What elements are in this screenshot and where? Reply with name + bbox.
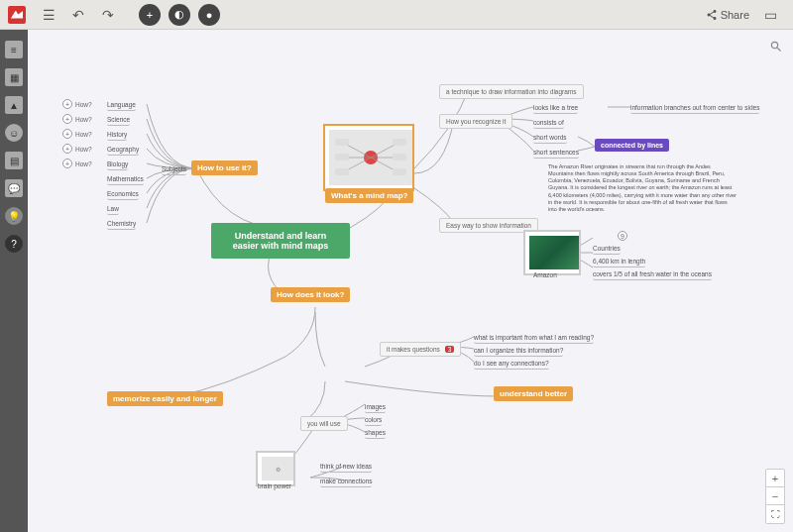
amazon-label[interactable]: Amazon (533, 269, 557, 280)
rec-tree[interactable]: looks like a tree (533, 102, 578, 114)
node-how-look[interactable]: How does it look? (271, 287, 350, 302)
subjects-label[interactable]: Subjects (162, 163, 186, 175)
amazon-water[interactable]: covers 1/5 of all fresh water in the oce… (593, 268, 712, 280)
search-icon[interactable] (769, 40, 783, 57)
svg-rect-9 (335, 168, 349, 175)
sidebar-media-icon[interactable]: ▦ (5, 68, 23, 86)
node-understand[interactable]: understand better (494, 386, 573, 401)
expand-science[interactable]: +How? (62, 114, 92, 124)
tool-dot-icon[interactable]: ● (198, 4, 220, 26)
subject-chemistry[interactable]: Chemistry (107, 218, 136, 230)
sidebar-idea-icon[interactable]: 💡 (5, 207, 23, 225)
node-technique[interactable]: a technique to draw information into dia… (439, 84, 584, 99)
subject-law[interactable]: Law (107, 203, 119, 215)
question-badge: 3 (445, 346, 455, 353)
zoom-fit-button[interactable]: ⛶ (766, 505, 784, 523)
brain-connections[interactable]: make connections (320, 476, 372, 487)
rec-words[interactable]: short words (533, 132, 567, 144)
sidebar-image-icon[interactable]: ▲ (5, 96, 23, 114)
undo-icon[interactable]: ↶ (67, 4, 89, 26)
rec-consists[interactable]: consists of (533, 117, 564, 129)
sidebar-text-icon[interactable]: ≡ (5, 41, 23, 58)
q-connections[interactable]: do I see any connections? (474, 358, 549, 370)
mindmap-thumbnail[interactable] (323, 124, 414, 191)
subject-history[interactable]: History (107, 129, 127, 141)
svg-rect-10 (393, 139, 406, 146)
expand-geography[interactable]: +How? (62, 144, 92, 154)
subject-biology[interactable]: Biology (107, 159, 128, 170)
share-label: Share (721, 9, 749, 21)
share-button[interactable]: Share (706, 9, 749, 21)
node-how-to-use[interactable]: How to use it? (191, 160, 258, 175)
present-icon[interactable]: ▭ (759, 4, 781, 26)
sidebar-help-icon[interactable]: ? (5, 235, 23, 253)
add-node-icon[interactable]: + (139, 4, 161, 26)
mindmap-thumb-icon (331, 133, 410, 182)
expand-language[interactable]: +How? (62, 99, 92, 109)
node-main[interactable]: Understand and learn easier with mind ma… (211, 223, 350, 259)
sidebar-list-icon[interactable]: ▤ (5, 152, 23, 169)
use-shapes[interactable]: shapes (365, 427, 386, 439)
zoom-controls: + − ⛶ (765, 469, 785, 524)
expand-history[interactable]: +How? (62, 129, 92, 139)
sidebar-emoji-icon[interactable]: ☺ (5, 124, 23, 142)
svg-rect-12 (393, 168, 406, 175)
subject-geography[interactable]: Geography (107, 144, 139, 156)
svg-rect-7 (335, 139, 349, 146)
amazon-length[interactable]: 6,400 km in length (593, 256, 645, 267)
left-sidebar: ≡ ▦ ▲ ☺ ▤ 💬 💡 ? (0, 30, 28, 532)
node-makes-questions[interactable]: it makes questions 3 (380, 342, 461, 357)
redo-icon[interactable]: ↷ (97, 4, 119, 26)
amazon-countries[interactable]: Countries (593, 243, 621, 255)
app-logo-icon[interactable] (8, 6, 26, 24)
zoom-out-button[interactable]: − (766, 487, 784, 505)
mindmap-canvas[interactable]: +How? +How? +How? +How? +How? Language S… (28, 30, 793, 532)
subject-language[interactable]: Language (107, 99, 136, 111)
expand-countries[interactable]: 9 (618, 231, 630, 241)
top-toolbar: ☰ ↶ ↷ + ◐ ● Share ▭ (0, 0, 793, 30)
use-colors[interactable]: colors (365, 414, 382, 426)
node-you-use[interactable]: you will use (300, 416, 348, 431)
zoom-in-button[interactable]: + (766, 470, 784, 487)
tool-circle-icon[interactable]: ◐ (169, 4, 190, 26)
subject-mathematics[interactable]: Mathematics (107, 173, 144, 185)
subject-science[interactable]: Science (107, 114, 130, 126)
node-memorize[interactable]: memorize easily and longer (107, 391, 223, 406)
rec-branches[interactable]: information branches out from center to … (630, 102, 759, 114)
rec-sentences[interactable]: short sentences (533, 147, 579, 159)
amazon-paragraph[interactable]: The Amazon River originates in streams t… (548, 163, 736, 213)
expand-biology[interactable]: +How? (62, 159, 92, 168)
sidebar-chat-icon[interactable]: 💬 (5, 179, 23, 197)
svg-rect-8 (335, 154, 349, 160)
brain-ideas[interactable]: think of new ideas (320, 461, 372, 473)
subject-economics[interactable]: Economics (107, 188, 139, 200)
node-connected[interactable]: connected by lines (595, 139, 669, 152)
node-whats-mindmap[interactable]: What's a mind map? (325, 188, 413, 203)
menu-icon[interactable]: ☰ (38, 4, 59, 26)
brain-label[interactable]: brain power (258, 480, 291, 491)
svg-rect-11 (393, 154, 406, 160)
q-organize[interactable]: can I organize this information? (474, 345, 563, 357)
node-recognize[interactable]: How you recognize it (439, 114, 512, 129)
q-important[interactable]: what is important from what I am reading… (474, 332, 594, 344)
use-images[interactable]: images (365, 401, 386, 413)
